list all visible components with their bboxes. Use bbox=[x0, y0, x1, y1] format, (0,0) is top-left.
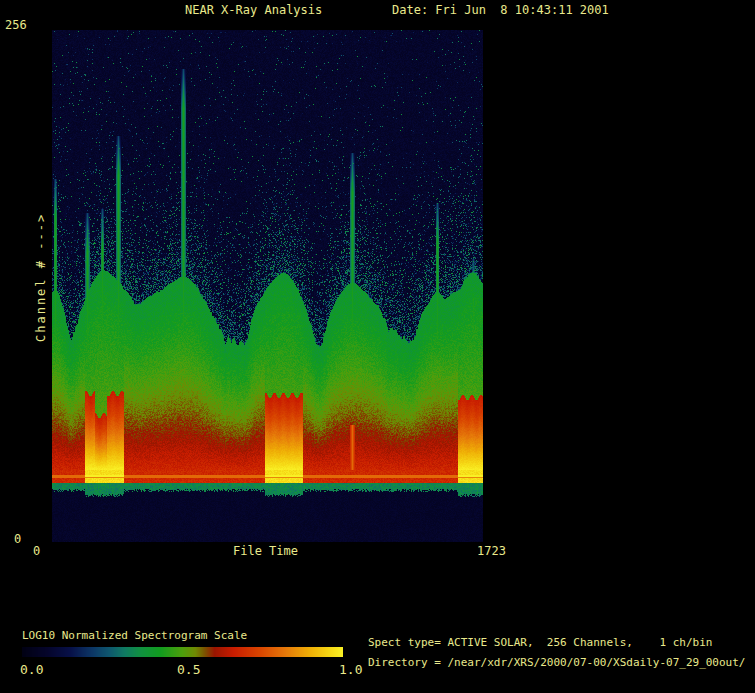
x-axis-max-tick: 1723 bbox=[477, 545, 506, 558]
x-axis-min-tick: 0 bbox=[33, 545, 40, 558]
y-axis-max-tick: 256 bbox=[5, 19, 27, 32]
colorbar-tick-min: 0.0 bbox=[20, 663, 43, 677]
y-axis-min-tick: 0 bbox=[14, 533, 21, 546]
colorbar-gradient bbox=[22, 647, 343, 657]
x-axis-label: File Time bbox=[233, 545, 298, 558]
y-axis-label: Channel # ---> bbox=[34, 202, 48, 342]
spectrogram-canvas bbox=[52, 30, 483, 542]
date-label: Date: Fri Jun 8 10:43:11 2001 bbox=[392, 4, 609, 17]
colorbar-tick-max: 1.0 bbox=[339, 663, 362, 677]
colorbar-title: LOG10 Normalized Spectrogram Scale bbox=[22, 630, 247, 642]
directory-path: Directory = /near/xdr/XRS/2000/07-00/XSd… bbox=[368, 657, 746, 669]
near-xray-analysis-screen: { "header": { "title": "NEAR X-Ray Analy… bbox=[0, 0, 755, 693]
colorbar-tick-mid: 0.5 bbox=[177, 663, 200, 677]
spect-type-info: Spect type= ACTIVE SOLAR, 256 Channels, … bbox=[368, 637, 712, 649]
page-title: NEAR X-Ray Analysis bbox=[185, 4, 322, 17]
